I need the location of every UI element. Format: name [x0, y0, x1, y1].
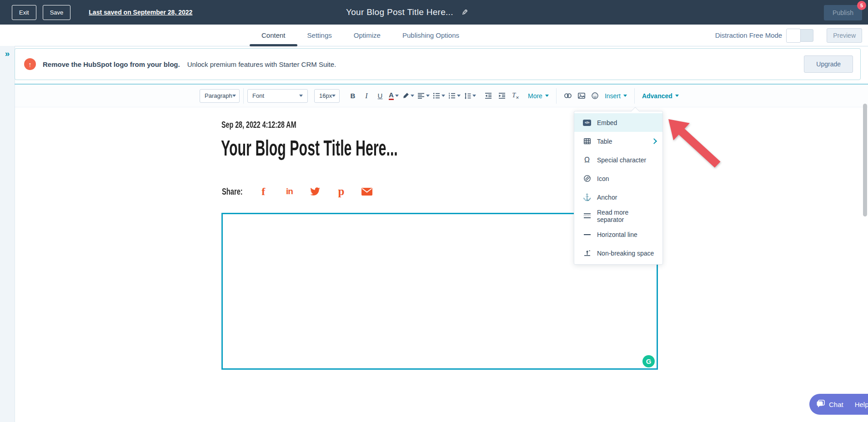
emoji-icon [592, 92, 598, 99]
menu-item-anchor[interactable]: ⚓ Anchor [574, 188, 662, 206]
highlight-color-button[interactable] [401, 89, 416, 103]
menu-item-label: Non-breaking space [597, 250, 654, 257]
font-size-select[interactable]: 16px [314, 89, 340, 103]
blog-editor-screen: Exit Save Last saved on September 28, 20… [0, 0, 868, 422]
pinterest-icon[interactable]: p [336, 185, 346, 198]
font-color-button[interactable]: A [387, 89, 401, 103]
menu-item-special-character[interactable]: Ω Special character [574, 151, 662, 169]
indent-button[interactable] [495, 89, 509, 103]
insert-label: Insert [605, 92, 621, 100]
collapsed-sidebar-strip: » [0, 46, 15, 422]
image-button[interactable] [575, 89, 588, 103]
line-spacing-button[interactable] [462, 89, 478, 103]
chevron-down-icon [457, 95, 461, 97]
bullet-list-icon [433, 93, 440, 99]
insert-menu-button[interactable]: Insert [602, 92, 630, 100]
numbered-list-icon [449, 93, 456, 99]
toolbar-divider [556, 88, 557, 104]
publish-area: Publish 5 [824, 5, 862, 20]
preview-button[interactable]: Preview [827, 28, 862, 43]
menu-item-label: Anchor [597, 194, 617, 201]
menu-item-table[interactable]: Table [574, 132, 662, 151]
outdent-button[interactable] [482, 89, 495, 103]
bold-button[interactable]: B [346, 89, 360, 103]
menu-item-label: Embed [597, 119, 617, 126]
toolbar-divider [634, 88, 635, 104]
tab-content[interactable]: Content [261, 25, 286, 46]
share-row: Share: f in p [222, 185, 372, 198]
formatting-toolbar: Paragraph Font 16px B I U A [15, 85, 868, 107]
chat-bubble-icon [816, 400, 825, 409]
chevron-down-icon [232, 95, 236, 97]
tab-publishing-options[interactable]: Publishing Options [402, 25, 459, 46]
icon-circle-icon [583, 175, 591, 182]
bullet-list-button[interactable] [431, 89, 447, 103]
emoji-button[interactable] [588, 89, 602, 103]
more-menu-button[interactable]: More [525, 92, 552, 100]
table-icon [583, 138, 591, 144]
italic-button[interactable]: I [360, 89, 373, 103]
scrollbar-thumb[interactable] [863, 104, 867, 216]
tab-bar: Content Settings Optimize Publishing Opt… [0, 25, 868, 46]
menu-item-label: Icon [597, 175, 609, 182]
link-button[interactable] [561, 89, 575, 103]
upgrade-button[interactable]: Upgrade [804, 55, 853, 73]
chevron-down-icon [411, 95, 414, 97]
last-saved-link[interactable]: Last saved on September 28, 2022 [89, 9, 192, 16]
toolbar-divider [243, 88, 244, 104]
tabs: Content Settings Optimize Publishing Opt… [261, 25, 459, 46]
align-button[interactable] [416, 89, 431, 103]
numbered-list-button[interactable] [447, 89, 462, 103]
chevron-down-icon [675, 95, 679, 97]
clear-formatting-button[interactable]: T✕ [509, 89, 522, 103]
indent-icon [499, 93, 506, 99]
menu-item-non-breaking-space[interactable]: Non-breaking space [574, 244, 662, 262]
post-title[interactable]: Your Blog Post Title Here... [221, 135, 398, 161]
menu-item-read-more-separator[interactable]: Read more separator [574, 206, 662, 225]
chevron-down-icon [426, 95, 430, 97]
more-label: More [528, 92, 542, 100]
tab-optimize[interactable]: Optimize [354, 25, 381, 46]
underline-button[interactable]: U [373, 89, 387, 103]
font-color-icon: A [389, 91, 394, 100]
header-post-title: Your Blog Post Title Here... [346, 7, 453, 17]
menu-item-horizontal-line[interactable]: Horizontal line [574, 225, 662, 244]
chevron-down-icon [623, 95, 627, 97]
save-button[interactable]: Save [43, 5, 71, 20]
publish-button[interactable]: Publish [824, 5, 862, 20]
menu-item-icon[interactable]: Icon [574, 169, 662, 188]
anchor-icon: ⚓ [583, 193, 591, 201]
menu-item-embed[interactable]: </> Embed [574, 113, 662, 132]
email-icon[interactable] [361, 188, 372, 196]
insert-menu: </> Embed Table Ω Special character Icon… [574, 111, 663, 265]
expand-sidebar-icon[interactable]: » [5, 49, 10, 58]
grammarly-icon[interactable]: G [642, 355, 655, 367]
help-button[interactable]: Help [849, 394, 868, 415]
tab-settings[interactable]: Settings [307, 25, 332, 46]
paragraph-style-select[interactable]: Paragraph [200, 89, 240, 103]
up-arrow-circle-icon: ↑ [24, 58, 36, 70]
bold-icon: B [351, 92, 356, 100]
chat-button[interactable]: Chat [809, 394, 843, 415]
font-select[interactable]: Font [247, 89, 308, 103]
toggle-knob [786, 29, 801, 43]
distraction-free-mode-label: Distraction Free Mode [715, 31, 783, 39]
edit-pencil-icon[interactable]: ✎ [462, 8, 468, 17]
clear-formatting-icon: T✕ [512, 92, 519, 100]
top-bar: Exit Save Last saved on September 28, 20… [0, 0, 868, 25]
upgrade-banner: ↑ Remove the HubSpot logo from your blog… [15, 48, 861, 80]
image-icon [578, 93, 585, 99]
embed-icon: </> [583, 120, 591, 126]
exit-button[interactable]: Exit [12, 5, 36, 20]
advanced-menu-button[interactable]: Advanced [639, 92, 682, 100]
omega-icon: Ω [583, 156, 591, 164]
chevron-down-icon [545, 95, 549, 97]
annotation-arrow [663, 114, 727, 171]
facebook-icon[interactable]: f [258, 186, 269, 198]
help-label: Help [855, 401, 868, 408]
italic-icon: I [365, 92, 367, 100]
twitter-icon[interactable] [310, 187, 321, 196]
linkedin-icon[interactable]: in [284, 186, 295, 196]
distraction-free-mode-toggle[interactable] [786, 29, 813, 42]
menu-item-label: Special character [597, 156, 646, 164]
